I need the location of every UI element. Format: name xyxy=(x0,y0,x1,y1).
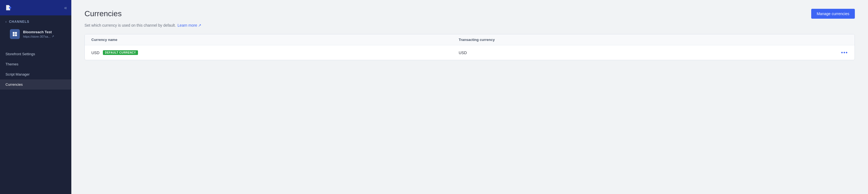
col-header-currency-name: Currency name xyxy=(91,38,459,42)
currency-code: USD xyxy=(91,51,100,55)
currencies-table: Currency name Transacting currency USD D… xyxy=(85,34,855,60)
channel-name: Bloomreach Test xyxy=(23,30,54,34)
sidebar-header: « xyxy=(0,0,71,16)
logo-area xyxy=(4,3,13,12)
learn-more-label: Learn more xyxy=(178,23,197,27)
row-actions-button[interactable]: ••• xyxy=(841,50,848,56)
channels-chevron-icon: ‹ xyxy=(5,20,7,23)
channel-icon xyxy=(10,29,20,39)
col-header-transacting-currency: Transacting currency xyxy=(459,38,826,42)
sidebar-nav: Storefront Settings Themes Script Manage… xyxy=(0,45,71,94)
channel-logo-icon xyxy=(12,31,18,37)
page-description: Set which currency is used on this chann… xyxy=(71,23,868,34)
description-text: Set which currency is used on this chann… xyxy=(85,23,176,27)
sidebar-item-themes[interactable]: Themes xyxy=(0,59,71,69)
channel-info: Bloomreach Test https://store-307sa... ↗ xyxy=(23,30,54,38)
manage-currencies-button[interactable]: Manage currencies xyxy=(811,9,855,19)
content-area: Currency name Transacting currency USD D… xyxy=(71,34,868,69)
channel-url: https://store-307sa... ↗ xyxy=(23,35,54,38)
main-content: Currencies Manage currencies Set which c… xyxy=(71,0,868,194)
sidebar: « ‹ CHANNELS Bloomreach Test https://sto… xyxy=(0,0,71,194)
col-header-actions xyxy=(826,38,848,42)
table-row: USD DEFAULT CURRENCY USD ••• xyxy=(85,45,855,60)
svg-rect-4 xyxy=(15,32,17,34)
channels-label[interactable]: ‹ CHANNELS xyxy=(5,20,66,24)
row-actions-cell: ••• xyxy=(826,50,848,56)
bigcommerce-logo xyxy=(4,3,13,12)
page-title: Currencies xyxy=(85,9,122,18)
external-link-icon: ↗ xyxy=(198,23,202,27)
default-currency-badge: DEFAULT CURRENCY xyxy=(103,50,138,55)
sidebar-item-script-manager[interactable]: Script Manager xyxy=(0,69,71,79)
table-header: Currency name Transacting currency xyxy=(85,34,855,45)
channel-item[interactable]: Bloomreach Test https://store-307sa... ↗ xyxy=(5,26,66,42)
svg-rect-6 xyxy=(15,34,17,36)
external-link-icon: ↗ xyxy=(52,35,54,38)
page-header: Currencies Manage currencies xyxy=(71,0,868,23)
learn-more-link[interactable]: Learn more ↗ xyxy=(178,23,202,27)
currency-cell: USD DEFAULT CURRENCY xyxy=(91,50,459,55)
sidebar-item-storefront-settings[interactable]: Storefront Settings xyxy=(0,49,71,59)
sidebar-item-currencies[interactable]: Currencies xyxy=(0,79,71,90)
svg-rect-3 xyxy=(13,32,15,34)
channels-section: ‹ CHANNELS Bloomreach Test https://store… xyxy=(0,16,71,45)
svg-rect-5 xyxy=(13,34,15,36)
channels-text: CHANNELS xyxy=(9,20,29,24)
transacting-currency-value: USD xyxy=(459,51,826,55)
sidebar-collapse-button[interactable]: « xyxy=(64,5,67,11)
